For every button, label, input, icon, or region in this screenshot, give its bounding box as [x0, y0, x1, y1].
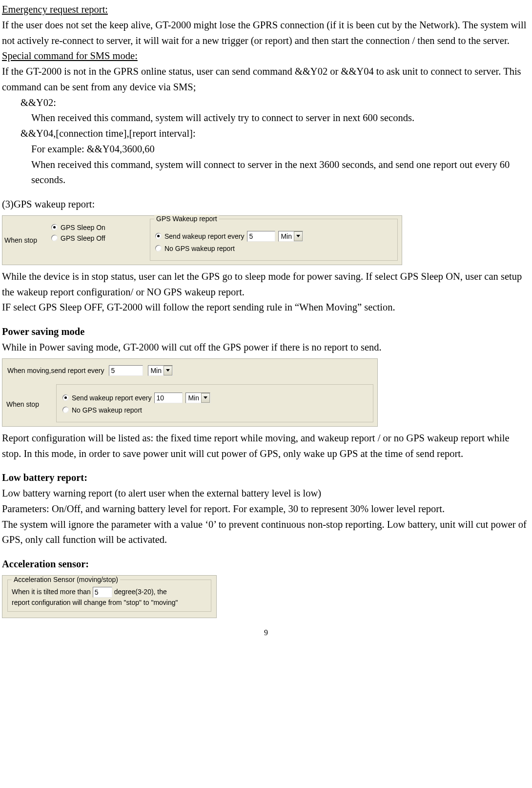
when-stop-label: When stop — [6, 400, 39, 408]
gps-wakeup-paragraph-1: While the device is in stop status, user… — [2, 269, 530, 300]
heading-low-battery: Low battery report: — [2, 470, 530, 486]
radio-label: No GPS wakeup report — [164, 245, 235, 252]
moving-interval-input[interactable] — [109, 365, 143, 376]
radio-gps-sleep-off[interactable]: GPS Sleep Off — [51, 234, 143, 242]
gps-wakeup-panel: When stop GPS Sleep On GPS Sleep Off GPS… — [2, 215, 402, 265]
radio-label: No GPS wakeup report — [72, 406, 142, 414]
page-number: 9 — [2, 627, 530, 639]
radio-icon — [155, 233, 162, 239]
gps-wakeup-groupbox: GPS Wakeup report Send wakeup report eve… — [150, 219, 398, 261]
stop-interval-input[interactable] — [154, 393, 183, 403]
y02-header: &&Y02: — [2, 95, 530, 111]
wakeup-unit-select[interactable]: Min — [278, 231, 303, 242]
moving-unit-select[interactable]: Min — [148, 365, 173, 376]
select-value: Min — [148, 367, 164, 374]
chevron-down-icon — [201, 393, 210, 403]
accel-groupbox: Acceleration Sensor (moving/stop) When i… — [7, 580, 211, 612]
low-battery-paragraph-2: Parameters: On/Off, and warning battery … — [2, 501, 530, 517]
special-sms-paragraph: If the GT-2000 is not in the GPRS online… — [2, 64, 530, 95]
low-battery-paragraph-1: Low battery warning report (to alert use… — [2, 486, 530, 501]
radio-icon — [51, 235, 58, 241]
chevron-down-icon — [164, 366, 172, 375]
y04-body: When received this command, system will … — [2, 157, 530, 188]
radio-send-wakeup-every[interactable]: Send wakeup report every Min — [62, 393, 367, 403]
wakeup-interval-input[interactable] — [247, 231, 275, 242]
power-saving-paragraph-2: Report configuration will be listed as: … — [2, 431, 530, 462]
radio-icon — [155, 245, 162, 251]
select-value: Min — [279, 232, 294, 240]
groupbox-legend: Acceleration Sensor (moving/stop) — [12, 576, 120, 583]
heading-special-sms: Special command for SMS mode: — [2, 50, 138, 61]
radio-send-wakeup-every[interactable]: Send wakeup report every Min — [155, 231, 392, 242]
radio-icon — [51, 224, 58, 230]
stop-unit-select[interactable]: Min — [185, 393, 210, 403]
y04-example: For example: &&Y04,3600,60 — [2, 142, 530, 157]
power-saving-paragraph: While in Power saving mode, GT-2000 will… — [2, 340, 530, 355]
tilt-text-line2: report configuration will change from "s… — [12, 599, 207, 606]
select-value: Min — [186, 394, 201, 402]
radio-label: GPS Sleep Off — [61, 234, 105, 242]
radio-no-gps-wakeup[interactable]: No GPS wakeup report — [62, 406, 367, 414]
when-moving-label: When moving,send report every — [7, 367, 104, 374]
heading-gps-wakeup: (3)GPS wakeup report: — [2, 197, 530, 212]
power-saving-panel: When moving,send report every Min When s… — [2, 358, 378, 427]
tilt-label-pre: When it is tilted more than — [12, 588, 91, 596]
heading-acceleration-sensor: Acceleration sensor: — [2, 557, 530, 572]
tilt-degree-input[interactable] — [93, 587, 112, 598]
heading-emergency: Emergency request report: — [2, 4, 108, 15]
low-battery-paragraph-3: The system will ignore the parameter wit… — [2, 517, 530, 548]
radio-icon — [62, 394, 69, 401]
acceleration-sensor-panel: Acceleration Sensor (moving/stop) When i… — [2, 575, 217, 618]
when-stop-label: When stop — [4, 236, 37, 244]
y02-body: When received this command, system will … — [2, 110, 530, 126]
heading-power-saving: Power saving mode — [2, 324, 530, 340]
radio-label: GPS Sleep On — [61, 224, 105, 231]
tilt-label-post: degree(3-20), the — [114, 588, 167, 596]
gps-wakeup-paragraph-2: IF select GPS Sleep OFF, GT-2000 will fo… — [2, 300, 530, 315]
radio-no-gps-wakeup[interactable]: No GPS wakeup report — [155, 245, 392, 252]
chevron-down-icon — [294, 231, 303, 241]
radio-icon — [62, 407, 69, 413]
radio-label: Send wakeup report every — [72, 394, 151, 402]
radio-label: Send wakeup report every — [164, 232, 244, 240]
groupbox-legend: GPS Wakeup report — [154, 215, 219, 223]
y04-header: &&Y04,[connection time],[report interval… — [2, 126, 530, 142]
emergency-paragraph: If the user does not set the keep alive,… — [2, 18, 530, 49]
radio-gps-sleep-on[interactable]: GPS Sleep On — [51, 224, 143, 231]
